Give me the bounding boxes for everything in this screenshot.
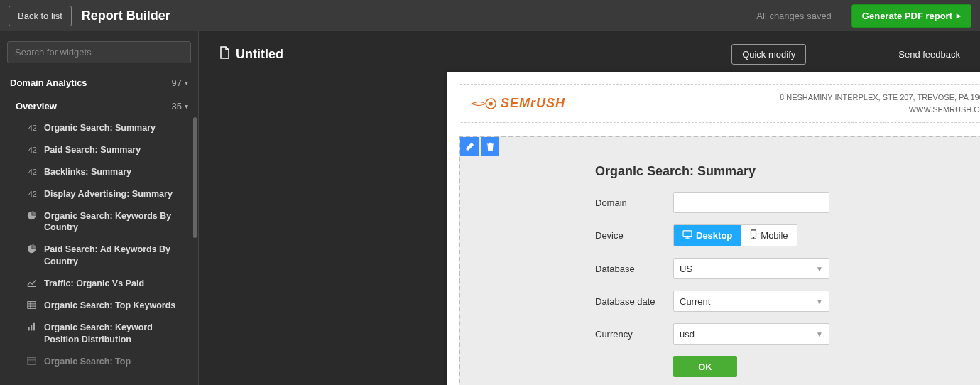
company-address: 8 NESHAMINY INTERPLEX, STE 207, TREVOSE,…	[780, 92, 980, 104]
sidebar-item-label: Paid Search: Ad Keywords By Country	[44, 244, 188, 268]
device-label: Device	[595, 230, 673, 241]
database-date-label: Database date	[595, 296, 673, 307]
chevron-down-icon: ▾	[185, 79, 188, 87]
desktop-icon	[682, 230, 692, 241]
svg-rect-0	[27, 302, 35, 309]
device-mobile-button[interactable]: Mobile	[741, 225, 796, 246]
database-date-select[interactable]: Current ▼	[673, 291, 829, 312]
delete-widget-button[interactable]	[481, 137, 499, 156]
widget-list: 42 Organic Search: Summary 42 Paid Searc…	[0, 117, 198, 385]
size-icon: 42	[26, 189, 37, 200]
sidebar-item-label: Organic Search: Top	[44, 356, 188, 368]
sidebar-item-label: Paid Search: Summary	[44, 144, 188, 156]
topbar: Back to list Report Builder All changes …	[0, 0, 980, 31]
sidebar-item-backlinks-summary[interactable]: 42 Backlinks: Summary	[0, 161, 198, 183]
sidebar-item-traffic-organic-vs-paid[interactable]: Traffic: Organic Vs Paid	[0, 273, 198, 295]
currency-value: usd	[680, 329, 695, 340]
database-label: Database	[595, 264, 673, 274]
size-icon: 42	[26, 145, 37, 156]
sidebar-item-truncated[interactable]: Organic Search: Top	[0, 351, 198, 373]
subcategory-label: Overview	[16, 101, 57, 112]
pie-chart-icon	[26, 211, 37, 220]
currency-select[interactable]: usd ▼	[673, 323, 829, 345]
device-mobile-label: Mobile	[761, 230, 788, 241]
generate-pdf-label: Generate PDF report	[862, 11, 952, 21]
document-title-text: Untitled	[236, 47, 283, 62]
sidebar-item-organic-keywords-by-country[interactable]: Organic Search: Keywords By Country	[0, 205, 198, 239]
chevron-down-icon: ▾	[185, 102, 188, 110]
app-title: Report Builder	[82, 9, 170, 23]
subcategory-count: 35	[172, 101, 182, 112]
device-desktop-button[interactable]: Desktop	[674, 225, 741, 246]
size-icon: 42	[26, 167, 37, 178]
sidebar-item-label: Organic Search: Summary	[44, 122, 188, 134]
widget-editor: Organic Search: Summary Domain Device	[459, 136, 980, 385]
document-icon	[219, 46, 230, 63]
widget-config-form: Organic Search: Summary Domain Device	[595, 164, 964, 377]
sidebar-category-domain-analytics[interactable]: Domain Analytics 97 ▾	[0, 70, 198, 95]
generate-pdf-button[interactable]: Generate PDF report ▸	[851, 4, 971, 28]
brand-logo: SEMrUSH	[471, 96, 565, 111]
quick-modify-button[interactable]: Quick modify	[731, 44, 806, 65]
svg-rect-6	[33, 323, 34, 331]
device-toggle: Desktop Mobile	[673, 224, 797, 246]
category-count: 97	[172, 77, 182, 88]
mobile-icon	[750, 229, 757, 242]
svg-rect-4	[28, 327, 29, 330]
database-select[interactable]: US ▼	[673, 258, 829, 279]
chevron-right-icon: ▸	[957, 11, 961, 21]
size-icon: 42	[26, 123, 37, 134]
database-date-value: Current	[680, 296, 710, 307]
sidebar-item-label: Display Advertising: Summary	[44, 188, 188, 200]
pie-chart-icon	[26, 244, 37, 254]
category-label: Domain Analytics	[10, 77, 87, 88]
line-chart-icon	[26, 278, 37, 288]
sidebar-item-display-advertising-summary[interactable]: 42 Display Advertising: Summary	[0, 183, 198, 205]
chevron-down-icon: ▼	[816, 298, 823, 305]
sidebar: Domain Analytics 97 ▾ Overview 35 ▾ 42 O…	[0, 31, 199, 385]
pencil-icon	[465, 142, 474, 151]
svg-rect-7	[27, 357, 35, 364]
document-title[interactable]: Untitled	[219, 46, 283, 63]
save-status: All changes saved	[756, 11, 832, 21]
back-to-list-button[interactable]: Back to list	[9, 6, 72, 26]
device-desktop-label: Desktop	[696, 230, 732, 241]
currency-label: Currency	[595, 329, 673, 340]
sidebar-item-label: Organic Search: Top Keywords	[44, 300, 188, 312]
main-area: Untitled Quick modify Send feedback SEMr…	[199, 31, 980, 385]
sidebar-item-paid-ad-keywords-by-country[interactable]: Paid Search: Ad Keywords By Country	[0, 239, 198, 273]
sidebar-item-label: Traffic: Organic Vs Paid	[44, 278, 188, 290]
brand-text: SEMrUSH	[501, 96, 565, 111]
domain-input[interactable]	[673, 192, 829, 213]
trash-icon	[486, 142, 495, 151]
sidebar-item-label: Organic Search: Keywords By Country	[44, 210, 188, 234]
svg-point-13	[753, 237, 754, 238]
svg-rect-5	[31, 325, 32, 330]
chevron-down-icon: ▼	[816, 330, 823, 338]
domain-label: Domain	[595, 197, 673, 208]
table-icon	[26, 357, 37, 366]
scrollbar[interactable]	[193, 117, 197, 238]
ok-button[interactable]: OK	[673, 356, 737, 377]
sidebar-item-paid-search-summary[interactable]: 42 Paid Search: Summary	[0, 139, 198, 161]
company-website: WWW.SEMRUSH.COM	[780, 104, 980, 116]
svg-rect-11	[683, 231, 692, 237]
sidebar-subcategory-overview[interactable]: Overview 35 ▾	[0, 95, 198, 117]
bar-chart-icon	[26, 322, 37, 332]
widget-search-input[interactable]	[7, 41, 191, 63]
report-canvas: SEMrUSH 8 NESHAMINY INTERPLEX, STE 207, …	[447, 72, 980, 385]
sidebar-item-organic-top-keywords[interactable]: Organic Search: Top Keywords	[0, 295, 198, 317]
widget-title: Organic Search: Summary	[595, 164, 964, 179]
sidebar-item-label: Backlinks: Summary	[44, 166, 188, 178]
chevron-down-icon: ▼	[816, 265, 823, 273]
database-value: US	[680, 264, 692, 274]
flame-icon	[471, 97, 496, 111]
report-header-block[interactable]: SEMrUSH 8 NESHAMINY INTERPLEX, STE 207, …	[459, 84, 980, 123]
sidebar-item-label: Organic Search: Keyword Position Distrib…	[44, 322, 188, 346]
sidebar-item-organic-keyword-position-distribution[interactable]: Organic Search: Keyword Position Distrib…	[0, 317, 198, 351]
svg-point-10	[489, 102, 492, 105]
send-feedback-link[interactable]: Send feedback	[898, 49, 960, 60]
sidebar-item-organic-search-summary[interactable]: 42 Organic Search: Summary	[0, 117, 198, 139]
table-icon	[26, 300, 37, 310]
edit-widget-button[interactable]	[460, 137, 479, 156]
